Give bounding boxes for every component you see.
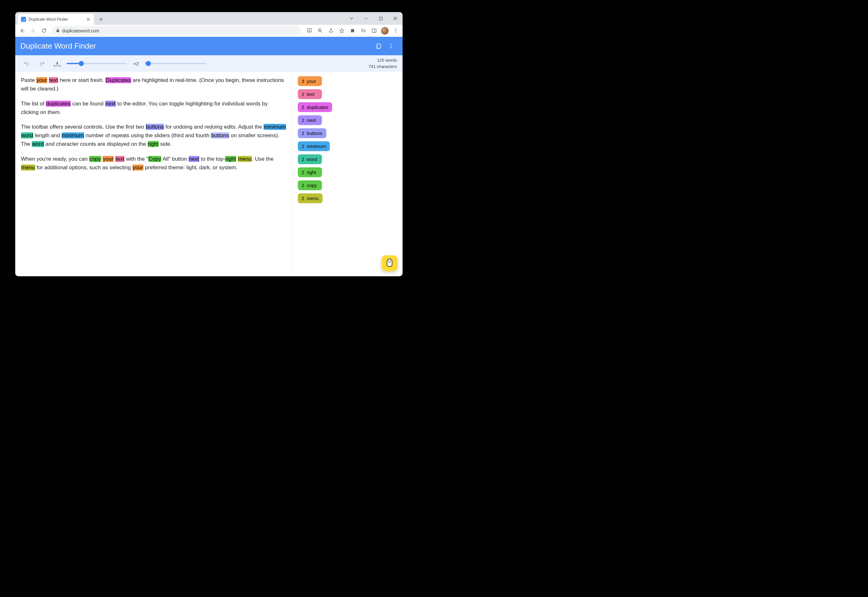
highlighted-word[interactable]: next xyxy=(105,101,116,107)
duplicate-chip[interactable]: 2menu xyxy=(298,193,323,203)
duplicate-chip[interactable]: 2duplicates xyxy=(298,102,332,112)
reading-list-button[interactable] xyxy=(359,26,368,35)
highlighted-word[interactable]: minimum xyxy=(62,132,84,138)
back-button[interactable] xyxy=(18,26,27,35)
reload-button[interactable] xyxy=(39,26,48,35)
browser-tab[interactable]: Duplicate Word Finder xyxy=(18,14,94,25)
copy-icon xyxy=(375,43,382,49)
extensions-button[interactable] xyxy=(348,26,357,35)
tab-strip: Duplicate Word Finder xyxy=(15,12,402,25)
redo-button[interactable] xyxy=(37,58,47,68)
address-bar: duplicateword.com xyxy=(15,25,402,37)
profile-button[interactable] xyxy=(380,26,389,35)
highlighted-word[interactable]: text xyxy=(49,77,58,83)
highlighted-word[interactable]: Copy xyxy=(148,156,162,162)
undo-button[interactable] xyxy=(21,58,31,68)
plus-icon xyxy=(99,17,103,22)
highlighted-word[interactable]: your xyxy=(132,165,144,171)
highlighted-word[interactable]: duplicates xyxy=(46,101,71,107)
bookmark-button[interactable] xyxy=(337,26,346,35)
highlighted-word[interactable]: your xyxy=(36,77,47,83)
chrome-menu-button[interactable] xyxy=(391,26,400,35)
donate-button[interactable] xyxy=(381,255,398,271)
duplicate-chip[interactable]: 2minimum xyxy=(298,141,330,151)
avatar-icon xyxy=(381,27,389,35)
resize-handle[interactable]: ⋮⋮ xyxy=(293,172,295,176)
svg-point-10 xyxy=(390,44,392,45)
new-tab-button[interactable] xyxy=(96,15,105,24)
highlighted-word[interactable]: minimum xyxy=(264,124,286,130)
favicon-icon xyxy=(21,17,26,22)
duplicate-chip[interactable]: 2next xyxy=(298,115,322,125)
duplicate-chip[interactable]: 2copy xyxy=(298,180,322,190)
duplicate-count: 2 xyxy=(301,91,304,97)
duplicate-word: next xyxy=(307,117,316,123)
highlighted-word[interactable]: right xyxy=(225,156,236,162)
arrow-left-icon xyxy=(19,28,25,34)
highlighted-word[interactable]: menu xyxy=(238,156,252,162)
editor-paragraph: The list of duplicates can be found next… xyxy=(21,100,287,117)
close-tab-button[interactable] xyxy=(86,17,91,22)
duplicate-count: 2 xyxy=(301,183,304,188)
main: Paste your text here or start fresh. Dup… xyxy=(15,72,402,276)
svg-point-12 xyxy=(390,47,392,48)
close-icon xyxy=(393,16,397,20)
editor[interactable]: Paste your text here or start fresh. Dup… xyxy=(15,72,293,276)
arrow-right-icon xyxy=(30,28,36,34)
stats: 125 words 741 characters xyxy=(369,57,397,70)
editor-paragraph: When you're ready, you can copy your tex… xyxy=(21,155,287,172)
forward-button[interactable] xyxy=(28,26,37,35)
minimize-button[interactable] xyxy=(359,12,373,25)
copy-all-button[interactable] xyxy=(372,40,385,52)
svg-point-4 xyxy=(364,31,365,32)
duplicate-chip[interactable]: 2buttons xyxy=(298,128,326,138)
min-repeat-slider[interactable] xyxy=(145,63,205,64)
highlighted-word[interactable]: copy xyxy=(89,156,101,162)
svg-point-7 xyxy=(395,30,396,31)
editor-paragraph: The toolbar offers several controls. Use… xyxy=(21,123,287,149)
duplicate-word: right xyxy=(307,169,316,175)
duplicate-word: menu xyxy=(307,196,319,201)
duplicate-chip[interactable]: 2word xyxy=(298,154,322,164)
maximize-button[interactable] xyxy=(373,12,388,25)
highlighted-word[interactable]: menu xyxy=(21,165,35,171)
svg-rect-0 xyxy=(379,17,382,20)
app-toolbar: 4 ×2 125 words 741 characters xyxy=(15,55,402,72)
highlighted-word[interactable]: buttons xyxy=(211,132,229,138)
url-text: duplicateword.com xyxy=(62,28,99,33)
word-count: 125 words xyxy=(369,57,397,64)
duplicate-word: text xyxy=(307,91,314,97)
highlighted-word[interactable]: your xyxy=(102,156,114,162)
omnibox[interactable]: duplicateword.com xyxy=(52,26,301,36)
highlighted-word[interactable]: word xyxy=(21,132,33,138)
duplicate-count: 2 xyxy=(301,131,304,136)
min-length-indicator: 4 xyxy=(54,61,60,66)
highlighted-word[interactable]: buttons xyxy=(146,124,164,130)
editor-paragraph: Paste your text here or start fresh. Dup… xyxy=(21,76,287,94)
highlighted-word[interactable]: next xyxy=(188,156,199,162)
svg-rect-9 xyxy=(377,44,381,48)
share-icon xyxy=(328,28,334,33)
install-app-button[interactable] xyxy=(305,26,314,35)
min-repeat-value: ×2 xyxy=(134,61,139,66)
highlighted-word[interactable]: text xyxy=(115,156,125,162)
side-panel-button[interactable] xyxy=(369,26,378,35)
tab-search-button[interactable] xyxy=(344,12,359,25)
close-window-button[interactable] xyxy=(388,12,402,25)
duplicate-count: 2 xyxy=(301,196,304,201)
highlighted-word[interactable]: right xyxy=(148,141,159,147)
window-controls xyxy=(344,12,402,25)
duplicate-count: 2 xyxy=(301,169,304,175)
duplicate-chip[interactable]: 3your xyxy=(298,76,322,86)
highlighted-word[interactable]: word xyxy=(32,141,44,147)
duplicate-chip[interactable]: 2text xyxy=(298,89,322,99)
duplicate-word: copy xyxy=(307,183,317,188)
app-menu-button[interactable] xyxy=(385,40,398,52)
zoom-button[interactable] xyxy=(316,26,325,35)
highlighted-word[interactable]: Duplicates xyxy=(105,77,131,83)
duplicate-chip[interactable]: 2right xyxy=(298,167,322,177)
reload-icon xyxy=(41,28,47,33)
svg-rect-1 xyxy=(56,30,59,32)
min-length-slider[interactable] xyxy=(67,63,127,64)
share-button[interactable] xyxy=(326,26,335,35)
